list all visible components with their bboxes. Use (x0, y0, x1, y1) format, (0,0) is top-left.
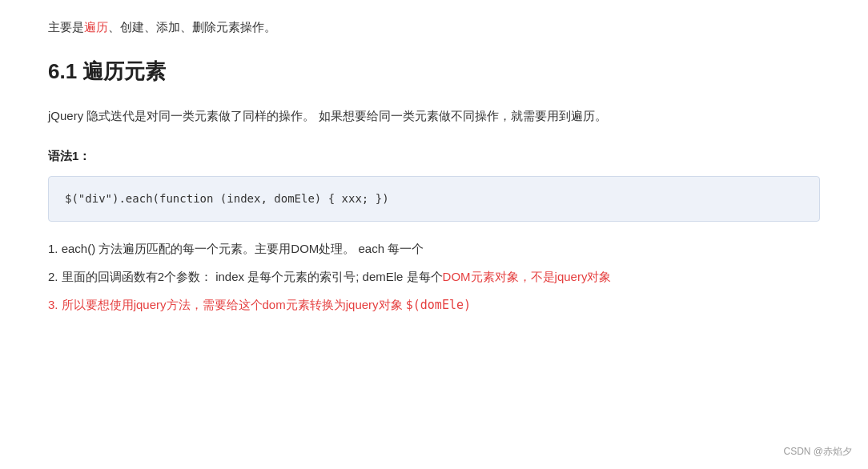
page-container: 主要是遍历、创建、添加、删除元素操作。 6.1 遍历元素 jQuery 隐式迭代… (0, 0, 868, 469)
intro-text: 主要是遍历、创建、添加、删除元素操作。 (48, 16, 820, 38)
list-item-3-prefix: 3. 所以要想使用jquery方法，需要给这个dom元素转换为jquery对象 (48, 298, 406, 311)
list-item-2-highlight: DOM元素对象，不是jquery对象 (443, 270, 612, 283)
list-item-2-prefix: 2. 里面的回调函数有2个参数： index 是每个元素的索引号; demEle… (48, 270, 443, 283)
section-title: 6.1 遍历元素 (48, 54, 820, 89)
intro-highlight: 遍历 (84, 20, 108, 34)
watermark: CSDN @赤焰夕 (783, 443, 852, 459)
syntax-label: 语法1： (48, 146, 820, 166)
code-content: $("div").each(function (index, domEle) {… (65, 192, 389, 205)
list-item-3: 3. 所以要想使用jquery方法，需要给这个dom元素转换为jquery对象 … (48, 294, 820, 316)
list-item-3-code: $(domEle) (406, 298, 471, 312)
list-item-2: 2. 里面的回调函数有2个参数： index 是每个元素的索引号; demEle… (48, 266, 820, 287)
code-block: $("div").each(function (index, domEle) {… (48, 176, 820, 222)
list-item-1: 1. each() 方法遍历匹配的每一个元素。主要用DOM处理。 each 每一… (48, 238, 820, 259)
section-description: jQuery 隐式迭代是对同一类元素做了同样的操作。 如果想要给同一类元素做不同… (48, 105, 820, 126)
